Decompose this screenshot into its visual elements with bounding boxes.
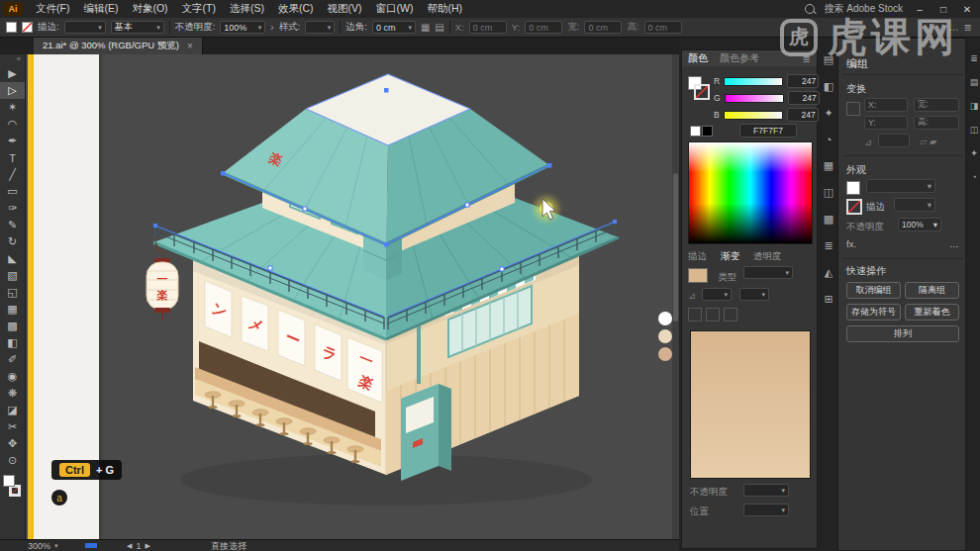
artboard-navigation[interactable]: ◀ 1 ▶ [127, 540, 150, 551]
edge-icon-1[interactable]: ≣ [970, 53, 978, 63]
fill-chip[interactable] [6, 22, 17, 33]
canvas-artwork[interactable]: ン メ ー ラ 一 楽 [104, 54, 673, 539]
tool-rotate[interactable]: ↻ [0, 233, 25, 250]
gradient-swatch[interactable] [688, 268, 708, 283]
arrange-button[interactable]: 排列 [846, 325, 959, 342]
tool-lasso[interactable]: ◠ [0, 116, 25, 133]
isolate-group-button[interactable]: 隔离组 [905, 282, 959, 299]
tool-direct-selection[interactable]: ▷ [0, 82, 25, 99]
tool-rectangle[interactable]: ▭ [0, 183, 25, 200]
artwork-color-dot-1[interactable] [658, 312, 672, 325]
dock-icon-7[interactable]: ▩ [824, 213, 833, 226]
dock-icon-1[interactable]: ▤ [824, 53, 833, 66]
style-field[interactable]: ▾ [305, 21, 335, 34]
white-swatch[interactable] [690, 126, 701, 137]
toolbar-collapse[interactable]: » [0, 54, 25, 65]
stroke-weight-field[interactable]: ▾ [64, 21, 106, 34]
corner-field[interactable]: 0 cm▾ [372, 21, 416, 34]
tool-eyedropper[interactable]: ✐ [0, 351, 25, 368]
tool-free-transform[interactable]: ▧ [0, 267, 25, 284]
distribute-icon[interactable]: ▤ [435, 22, 443, 33]
tool-perspective-grid[interactable]: ▦ [0, 301, 25, 318]
reference-point-icon[interactable] [846, 102, 860, 116]
stroke-style-icon-1[interactable] [688, 308, 702, 321]
panel-menu-icon[interactable]: ≣ [803, 53, 811, 64]
black-swatch[interactable] [702, 126, 713, 137]
recolor-button[interactable]: 重新着色 [905, 304, 959, 321]
tool-mesh[interactable]: ▩ [0, 318, 25, 334]
angle-field[interactable]: ▾ [702, 288, 732, 301]
menu-effect[interactable]: 效果(C) [271, 0, 321, 18]
edge-icon-6[interactable]: ◔ [971, 172, 976, 182]
flip-icons[interactable]: ▱ ▰ [920, 136, 936, 146]
dock-icon-4[interactable]: ◔ [826, 134, 833, 145]
transform-h-field[interactable]: 高: [914, 116, 959, 130]
transform-y-field[interactable]: Y: [864, 116, 908, 130]
green-slider[interactable] [725, 94, 784, 103]
transform-x-field[interactable]: X: [864, 98, 908, 112]
dock-icon-3[interactable]: ✦ [824, 107, 833, 120]
gradient-ramp-swatch[interactable] [690, 330, 811, 479]
dock-icon-6[interactable]: ◫ [824, 186, 833, 199]
dock-icon-2[interactable]: ◧ [824, 80, 833, 93]
tool-hand[interactable]: ✥ [0, 435, 25, 452]
menu-type[interactable]: 文字(T) [175, 0, 223, 18]
tab-stroke[interactable]: 描边 [688, 250, 707, 263]
appearance-opacity-field[interactable]: 100%▾ [898, 218, 941, 231]
appearance-fill-dropdown[interactable]: ▾ [866, 179, 935, 193]
edge-icon-3[interactable]: ◨ [970, 101, 979, 111]
align-icon[interactable]: ▦ [421, 22, 430, 33]
tool-pencil[interactable]: ✎ [0, 217, 25, 233]
x-field[interactable]: 0 cm [469, 21, 507, 34]
menu-help[interactable]: 帮助(H) [421, 0, 470, 18]
tab-color[interactable]: 颜色 [688, 51, 708, 65]
stroke-style-icon-3[interactable] [724, 308, 737, 321]
restore-button[interactable]: □ [936, 4, 950, 15]
appearance-stroke-field[interactable]: ▾ [894, 198, 935, 212]
minimize-button[interactable]: – [913, 4, 927, 15]
close-button[interactable]: ✕ [960, 4, 974, 15]
dock-icon-10[interactable]: ⊞ [824, 293, 833, 306]
color-spectrum[interactable] [688, 141, 813, 244]
zoom-control[interactable]: 300%▾ [28, 540, 58, 551]
appearance-stroke-chip[interactable] [846, 199, 862, 215]
fx-button[interactable]: fx. [846, 238, 856, 249]
tool-gradient[interactable]: ◧ [0, 334, 25, 351]
brush-field[interactable]: 基本▾ [111, 21, 164, 34]
transform-w-field[interactable]: 宽: [914, 98, 959, 112]
gradient-position-dropdown[interactable]: ▾ [743, 504, 789, 516]
blue-value[interactable]: 247 [787, 108, 819, 122]
edge-icon-5[interactable]: ✦ [970, 148, 978, 158]
gradient-type-dropdown[interactable]: ▾ [743, 266, 793, 279]
scrollbar-thumb[interactable] [673, 173, 678, 321]
ungroup-button[interactable]: 取消编组 [846, 282, 901, 299]
w-field[interactable]: 0 cm [584, 21, 622, 34]
stroke-proxy-small[interactable] [694, 84, 710, 100]
tool-magic-wand[interactable]: ✶ [0, 99, 25, 116]
tool-paintbrush[interactable]: ✑ [0, 200, 25, 217]
tool-slice[interactable]: ✂ [0, 418, 25, 435]
rotate-field[interactable] [878, 134, 910, 147]
appearance-fill-chip[interactable] [846, 181, 860, 195]
red-value[interactable]: 247 [787, 74, 819, 88]
y-field[interactable]: 0 cm [525, 21, 562, 34]
tool-type[interactable]: T [0, 149, 25, 166]
gradient-opacity-dropdown[interactable]: ▾ [743, 484, 789, 497]
app-logo[interactable]: Ai [3, 2, 23, 16]
tool-scale[interactable]: ◣ [0, 250, 25, 267]
tab-close-icon[interactable]: × [187, 41, 193, 51]
fill-proxy[interactable] [3, 475, 15, 487]
menu-file[interactable]: 文件(F) [29, 0, 76, 18]
artwork-color-dot-2[interactable] [658, 329, 672, 343]
tool-zoom[interactable]: ⊙ [0, 452, 25, 469]
menu-view[interactable]: 视图(V) [321, 0, 369, 18]
hex-field[interactable]: F7F7F7 [739, 124, 797, 138]
dock-icon-8[interactable]: ≣ [824, 239, 833, 252]
menu-window[interactable]: 窗口(W) [369, 0, 421, 18]
more-options-icon[interactable]: … [949, 22, 959, 33]
dock-icon-5[interactable]: ▦ [824, 159, 833, 172]
tab-gradient[interactable]: 渐变 [721, 250, 739, 263]
tool-symbol-sprayer[interactable]: ❋ [0, 385, 25, 402]
tool-pen[interactable]: ✒ [0, 133, 25, 149]
stroke-chip[interactable] [22, 22, 33, 33]
